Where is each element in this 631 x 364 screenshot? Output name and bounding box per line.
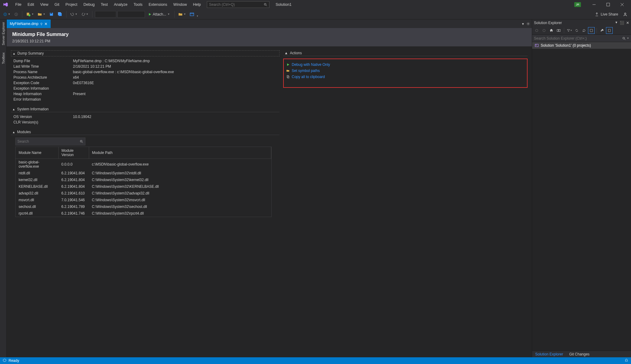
rail-server-explorer[interactable]: Server Explorer [1,21,6,46]
menu-edit[interactable]: Edit [24,1,37,8]
table-row[interactable]: kernel32.dll6.2.19041.804C:\Windows\Syst… [16,177,271,183]
close-button[interactable] [615,0,629,9]
save-all-button[interactable] [56,11,64,17]
table-row[interactable]: ntdll.dll6.2.19041.804C:\Windows\System3… [16,170,271,177]
table-row[interactable]: advapi32.dll6.2.19041.610C:\Windows\Syst… [16,190,271,197]
maximize-button[interactable] [601,0,615,9]
left-rail: Server ExplorerToolbox [0,20,7,357]
module-path: C:\Windows\System32\sechost.dll [89,203,271,210]
status-cube-icon[interactable] [2,359,7,363]
menu-window[interactable]: Window [170,1,190,8]
menu-tools[interactable]: Tools [131,1,146,8]
config-combo[interactable] [95,11,116,18]
panel-tab-solution-explorer[interactable]: Solution Explorer [532,351,566,357]
folder-icon [286,69,290,73]
user-badge[interactable]: JR [574,2,581,7]
svg-line-26 [625,39,626,40]
platform-combo[interactable] [117,11,145,18]
close-tab-icon[interactable]: ✕ [44,22,48,26]
switch-view-icon[interactable] [555,27,562,34]
panel-tab-git-changes[interactable]: Git Changes [566,351,593,357]
menu-view[interactable]: View [37,1,52,8]
window-button[interactable] [188,11,196,17]
refresh-icon[interactable] [581,27,587,34]
module-search-box[interactable] [15,137,85,145]
dump-key: Last Write Time [13,64,73,69]
copy-icon [286,75,290,79]
table-row[interactable]: rpcrt4.dll6.2.19041.746C:\Windows\System… [16,210,271,217]
document-tab[interactable]: MyFileName.dmp ⚲ ✕ [7,20,51,28]
module-version: 7.0.19041.546 [58,197,89,203]
table-row[interactable]: basic-global-overflow.exe0.0.0.0c:\MSDN\… [16,159,271,170]
menu-project[interactable]: Project [63,1,81,8]
forward-button[interactable] [13,12,20,17]
module-path: C:\Windows\System32\rpcrt4.dll [89,210,271,217]
live-share-button[interactable]: Live Share [595,12,629,16]
solution-explorer-panel: Solution Explorer ▼ ⬛ ✕ ▼ ▼ [532,20,631,357]
dump-key: Process Architecture [13,75,73,80]
action-set-symbol-paths[interactable]: Set symbol paths [286,68,526,74]
pin-icon[interactable]: ⬛ [620,21,624,25]
sync-icon[interactable] [573,27,580,34]
svg-point-15 [80,140,82,142]
table-row[interactable]: sechost.dll6.2.19041.789C:\Windows\Syste… [16,203,271,210]
dump-key: Exception Code [13,81,73,85]
dump-value: basic-global-overflow.exe : c:\MSDN\basi… [73,70,174,74]
dump-summary-header[interactable]: ▲ Dump Summary [11,50,279,56]
new-item-button[interactable]: ▼ [25,11,35,17]
module-col-header[interactable]: Module Version [58,147,89,159]
actions-header[interactable]: ▲ Actions [283,50,528,56]
action-debug-with-native-only[interactable]: Debug with Native Only [286,62,526,68]
back-button[interactable]: ▼ [2,12,12,17]
close-panel-icon[interactable]: ✕ [626,21,629,25]
tab-settings-icon[interactable] [526,22,530,26]
home-icon[interactable] [548,27,555,34]
menu-file[interactable]: File [12,1,24,8]
properties-icon[interactable] [599,27,605,34]
svg-point-7 [15,13,17,16]
filter-icon[interactable]: ▼ [566,27,573,34]
table-row[interactable]: KERNELBASE.dll6.2.19041.804C:\Windows\Sy… [16,183,271,190]
back-icon[interactable] [533,27,540,34]
system-info-header[interactable]: ▲ System Information [11,106,279,112]
tab-overflow-icon[interactable]: ▼ [521,22,525,26]
solution-search-input[interactable] [534,36,622,41]
folder-button[interactable]: ▼ [177,11,187,17]
panel-menu-icon[interactable]: ▼ [615,21,618,25]
share-icon [595,12,599,16]
module-col-header[interactable]: Module Path [89,147,271,159]
search-icon [80,140,83,143]
menu-extensions[interactable]: Extensions [146,1,170,8]
svg-rect-18 [288,76,289,78]
preview-icon[interactable] [606,27,613,34]
solution-search-box[interactable]: ▼ [532,35,631,42]
minimize-button[interactable] [587,0,601,9]
open-button[interactable]: ▼ [36,11,47,17]
quick-search-input[interactable] [209,2,264,7]
solution-node[interactable]: Solution 'Solution1' (0 projects) [532,42,631,49]
module-search-input[interactable] [17,139,80,144]
save-button[interactable] [48,11,55,17]
svg-rect-3 [607,3,610,6]
menu-help[interactable]: Help [190,1,204,8]
notification-bell-icon[interactable] [624,359,629,363]
menu-debug[interactable]: Debug [80,1,98,8]
menu-analyze[interactable]: Analyze [111,1,130,8]
redo-button[interactable]: ▼ [80,12,90,17]
play-icon [286,63,290,66]
menu-git[interactable]: Git [52,1,63,8]
menu-test[interactable]: Test [98,1,111,8]
action-copy-all-to-clipboard[interactable]: Copy all to clipboard [286,74,526,80]
rail-toolbox[interactable]: Toolbox [1,51,6,65]
undo-button[interactable]: ▼ [69,12,79,17]
module-col-header[interactable]: Module Name [16,147,58,159]
quick-search-box[interactable] [207,1,269,8]
collapse-all-icon[interactable] [588,27,595,34]
svg-rect-28 [536,45,537,45]
table-row[interactable]: msvcrt.dll7.0.19041.546C:\Windows\System… [16,197,271,203]
forward-icon[interactable] [541,27,547,34]
attach-button[interactable]: Attach... ▼ [146,11,172,17]
solution-icon [535,43,539,48]
modules-header[interactable]: ▲ Modules [11,129,279,135]
pin-icon[interactable]: ⚲ [40,22,42,26]
